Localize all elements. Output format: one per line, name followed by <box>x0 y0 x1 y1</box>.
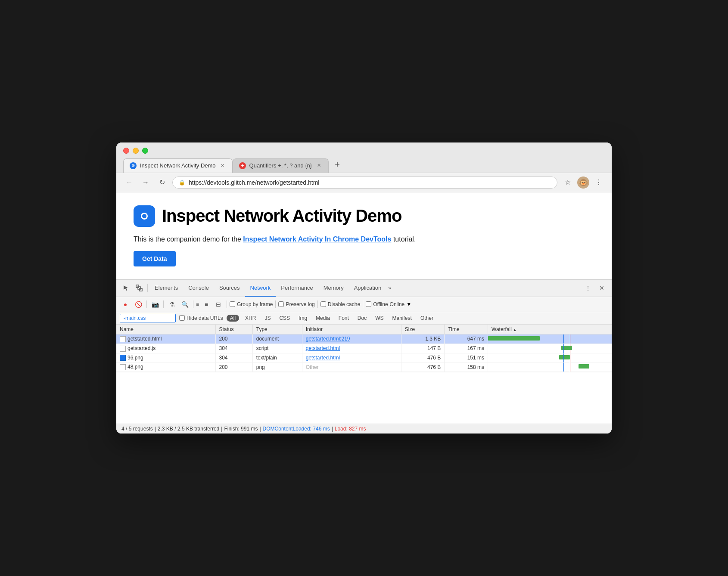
tab-quantifiers[interactable]: ✦ Quantifiers +, *, ? and {n} ✕ <box>233 158 329 173</box>
filter-type-other[interactable]: Other <box>418 315 436 322</box>
address-actions: ☆ 🐵 ⋮ <box>562 177 605 189</box>
cell-initiator[interactable]: getstarted.html <box>302 344 401 353</box>
menu-icon[interactable]: ⋮ <box>593 177 605 189</box>
offline-label[interactable]: Offline <box>366 301 388 307</box>
table-row[interactable]: getstarted.html200documentgetstarted.htm… <box>116 334 612 344</box>
cell-name: 48.png <box>116 362 215 372</box>
preserve-log-label[interactable]: Preserve log <box>278 301 314 307</box>
toolbar-separator-3 <box>193 300 193 308</box>
tree-view-button[interactable]: ⊟ <box>213 299 224 310</box>
back-button[interactable]: ← <box>123 177 135 189</box>
throttle-dropdown-arrow[interactable]: ▼ <box>406 301 411 307</box>
file-blue-icon <box>120 355 126 361</box>
file-icon <box>120 364 126 370</box>
tab-elements[interactable]: Elements <box>149 279 183 297</box>
cell-type: document <box>252 334 302 344</box>
camera-button[interactable]: 📷 <box>149 299 161 310</box>
get-data-button[interactable]: Get Data <box>134 251 176 266</box>
offline-checkbox[interactable] <box>366 301 371 307</box>
cell-waterfall <box>488 353 612 362</box>
initiator-link[interactable]: getstarted.html <box>306 345 340 351</box>
dom-content-loaded-line <box>563 334 564 344</box>
record-button[interactable]: ● <box>120 299 131 310</box>
tab-close-button[interactable]: ✕ <box>219 162 226 169</box>
initiator-link[interactable]: getstarted.html <box>306 355 340 361</box>
filter-type-all[interactable]: All <box>227 315 239 322</box>
tab-network[interactable]: Network <box>245 279 276 297</box>
user-avatar[interactable]: 🐵 <box>577 177 589 189</box>
tab-inspect-network[interactable]: ⚙ Inspect Network Activity Demo ✕ <box>123 158 233 173</box>
load-event-line <box>570 362 570 372</box>
lock-icon: 🔒 <box>179 180 185 186</box>
table-row[interactable]: 96.png304text/plaingetstarted.html476 B1… <box>116 353 612 362</box>
preserve-log-checkbox[interactable] <box>278 301 284 307</box>
devtools-more-button[interactable]: ⋮ <box>582 282 594 294</box>
browser-window: ⚙ Inspect Network Activity Demo ✕ ✦ Quan… <box>116 142 612 434</box>
cursor-icon-button[interactable] <box>120 282 133 294</box>
disable-cache-checkbox[interactable] <box>320 301 326 307</box>
filter-type-media[interactable]: Media <box>313 315 333 322</box>
tab-performance[interactable]: Performance <box>276 279 318 297</box>
new-tab-button[interactable]: + <box>330 158 344 172</box>
filter-type-font[interactable]: Font <box>336 315 352 322</box>
page-description: This is the companion demo for the Inspe… <box>134 235 594 243</box>
online-text: Online <box>390 301 405 307</box>
preserve-log-text: Preserve log <box>286 301 314 307</box>
devtools-link[interactable]: Inspect Network Activity In Chrome DevTo… <box>243 235 391 243</box>
col-type[interactable]: Type <box>252 325 302 334</box>
col-waterfall[interactable]: Waterfall <box>488 325 612 334</box>
col-name[interactable]: Name <box>116 325 215 334</box>
cell-size: 476 B <box>401 353 445 362</box>
load-event-line <box>570 334 570 344</box>
col-size[interactable]: Size <box>401 325 445 334</box>
forward-button[interactable]: → <box>140 177 152 189</box>
filter-button[interactable]: ⚗ <box>166 299 177 310</box>
cell-initiator: Other <box>302 362 401 372</box>
tab-console[interactable]: Console <box>183 279 214 297</box>
devtools-close-button[interactable]: ✕ <box>595 282 608 294</box>
cell-time: 151 ms <box>445 353 488 362</box>
filter-type-xhr[interactable]: XHR <box>243 315 258 322</box>
clear-button[interactable]: 🚫 <box>133 299 144 310</box>
bookmark-icon[interactable]: ☆ <box>562 177 574 189</box>
list-view-button[interactable]: ≡ <box>201 299 212 310</box>
col-status[interactable]: Status <box>215 325 252 334</box>
tab-memory[interactable]: Memory <box>318 279 349 297</box>
group-by-frame-checkbox[interactable] <box>230 301 235 307</box>
minimize-traffic-light[interactable] <box>133 148 139 154</box>
group-by-frame-label[interactable]: Group by frame <box>230 301 273 307</box>
overflow-button[interactable]: » <box>386 285 393 291</box>
initiator-link[interactable]: getstarted.html:219 <box>306 336 350 342</box>
cell-initiator[interactable]: getstarted.html:219 <box>302 334 401 344</box>
waterfall-bar <box>488 336 540 341</box>
filter-type-css[interactable]: CSS <box>277 315 292 322</box>
devtools-actions: ⋮ ✕ <box>582 282 608 294</box>
close-traffic-light[interactable] <box>123 148 129 154</box>
col-initiator[interactable]: Initiator <box>302 325 401 334</box>
tab-application[interactable]: Application <box>349 279 387 297</box>
hide-data-urls-label[interactable]: Hide data URLs <box>179 315 223 321</box>
layers-icon-button[interactable] <box>133 282 146 294</box>
url-bar[interactable]: 🔒 https://devtools.glitch.me/network/get… <box>172 177 557 189</box>
cell-initiator[interactable]: getstarted.html <box>302 353 401 362</box>
col-time[interactable]: Time <box>445 325 488 334</box>
reload-button[interactable]: ↻ <box>156 177 168 189</box>
maximize-traffic-light[interactable] <box>142 148 148 154</box>
load-time: Load: 827 ms <box>335 426 366 432</box>
table-row[interactable]: 48.png200pngOther476 B158 ms <box>116 362 612 372</box>
search-button[interactable]: 🔍 <box>179 299 190 310</box>
tab-close-button-2[interactable]: ✕ <box>315 162 322 169</box>
filter-input[interactable] <box>120 314 176 322</box>
hide-data-urls-checkbox[interactable] <box>179 315 185 321</box>
disable-cache-label[interactable]: Disable cache <box>320 301 360 307</box>
cell-status: 200 <box>215 334 252 344</box>
table-row[interactable]: getstarted.js304scriptgetstarted.html147… <box>116 344 612 353</box>
address-bar: ← → ↻ 🔒 https://devtools.glitch.me/netwo… <box>116 173 612 192</box>
cell-status: 304 <box>215 353 252 362</box>
filter-type-doc[interactable]: Doc <box>355 315 369 322</box>
filter-type-js[interactable]: JS <box>262 315 273 322</box>
tab-sources[interactable]: Sources <box>214 279 245 297</box>
filter-type-manifest[interactable]: Manifest <box>390 315 414 322</box>
filter-type-img[interactable]: Img <box>296 315 310 322</box>
filter-type-ws[interactable]: WS <box>373 315 386 322</box>
